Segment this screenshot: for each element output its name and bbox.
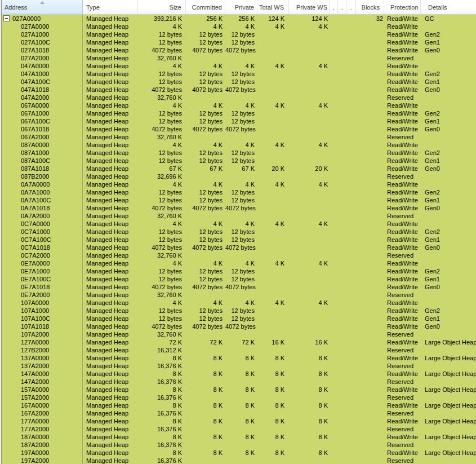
table-row[interactable]: 027A0000Managed Heap4 K4 K4 K4 K4 KRead/…: [2, 23, 476, 30]
table-row[interactable]: 0A7A0000Managed Heap4 K4 K4 K4 K4 KRead/…: [2, 180, 476, 188]
table-row[interactable]: 0E7A100CManaged Heap12 bytes12 bytes12 b…: [2, 275, 476, 283]
column-header-size[interactable]: Size: [138, 0, 186, 14]
column-header-type[interactable]: Type: [83, 0, 138, 14]
table-row[interactable]: 027A100CManaged Heap12 bytes12 bytes12 b…: [2, 38, 476, 46]
cell-committed-value: 12 bytes: [199, 70, 223, 77]
cell-protection-value: Read/Write: [387, 157, 418, 164]
column-header-dot3[interactable]: .: [346, 0, 356, 14]
table-row[interactable]: 107A0000Managed Heap4 K4 K4 K4 K4 KRead/…: [2, 299, 476, 307]
table-row[interactable]: 0E7A1018Managed Heap4072 bytes4072 bytes…: [2, 283, 476, 291]
table-row[interactable]: 087A100CManaged Heap12 bytes12 bytes12 b…: [2, 157, 476, 165]
cell-committed-value: 4072 bytes: [192, 205, 223, 211]
table-row[interactable]: 177A2000Managed Heap16,376 KReserved: [2, 425, 476, 433]
table-row[interactable]: 0A7A1018Managed Heap4072 bytes4072 bytes…: [2, 204, 476, 212]
table-row[interactable]: 0A7A2000Managed Heap32,760 KReserved: [2, 212, 476, 220]
table-row[interactable]: 167A0000Managed Heap8 K8 K8 K8 K8 KRead/…: [2, 401, 476, 409]
cell-privateWS-value: 4 K: [318, 23, 328, 30]
cell-details: Gen0: [421, 165, 476, 173]
table-row[interactable]: 0C7A1018Managed Heap4072 bytes4072 bytes…: [2, 244, 476, 251]
table-row[interactable]: 157A0000Managed Heap8 K8 K8 K8 K8 KRead/…: [2, 386, 476, 394]
table-row[interactable]: 197A2000Managed Heap16,376 KReserved: [2, 457, 476, 464]
table-row[interactable]: 067A100CManaged Heap12 bytes12 bytes12 b…: [2, 117, 476, 125]
cell-protection-value: Read/Write: [387, 15, 418, 22]
table-row[interactable]: 107A100CManaged Heap12 bytes12 bytes12 b…: [2, 315, 476, 322]
table-row[interactable]: 0C7A100CManaged Heap12 bytes12 bytes12 b…: [2, 236, 476, 244]
cell-privateWS: [289, 109, 330, 117]
cell-size: 32,760 K: [138, 94, 186, 101]
table-row[interactable]: 167A2000Managed Heap16,376 KReserved: [2, 409, 476, 417]
cell-blocks: [356, 30, 384, 38]
table-row[interactable]: 027A1018Managed Heap4072 bytes4072 bytes…: [2, 46, 476, 54]
cell-address-value: 0A7A100C: [21, 197, 51, 204]
cell-committed: 12 bytes: [186, 236, 225, 244]
column-header-protection[interactable]: Protection: [384, 0, 421, 14]
cell-address-value: 137A2000: [21, 363, 49, 369]
table-row[interactable]: 0A7A1000Managed Heap12 bytes12 bytes12 b…: [2, 188, 476, 196]
column-header-privateWS[interactable]: Private WS: [289, 0, 330, 14]
cell-private: 12 bytes: [225, 30, 257, 38]
table-row[interactable]: 047A0000Managed Heap4 K4 K4 K4 K4 KRead/…: [2, 62, 476, 70]
cell-dot2: [338, 165, 346, 173]
table-row[interactable]: 067A1000Managed Heap12 bytes12 bytes12 b…: [2, 109, 476, 117]
table-row[interactable]: 107A1018Managed Heap4072 bytes4072 bytes…: [2, 322, 476, 330]
table-row[interactable]: 187A0000Managed Heap8 K8 K8 K8 K8 KRead/…: [2, 433, 476, 441]
cell-size: 393,216 K: [138, 15, 186, 23]
column-header-details[interactable]: Details: [421, 0, 476, 14]
table-row[interactable]: 147A2000Managed Heap16,376 KReserved: [2, 378, 476, 386]
table-row[interactable]: 047A1000Managed Heap12 bytes12 bytes12 b…: [2, 70, 476, 78]
cell-size-value: 16,376 K: [157, 410, 182, 417]
table-row[interactable]: 047A2000Managed Heap32,760 KReserved: [2, 94, 476, 101]
table-row[interactable]: 137A2000Managed Heap16,376 KReserved: [2, 362, 476, 370]
column-header-blocks[interactable]: Blocks: [356, 0, 384, 14]
cell-address: 0A7A100C: [2, 196, 83, 204]
cell-size: 16,376 K: [138, 457, 186, 464]
cell-type-value: Managed Heap: [86, 434, 128, 440]
cell-protection: Read/Write: [384, 307, 421, 315]
cell-size-value: 4 K: [172, 142, 182, 148]
table-row[interactable]: 0C7A0000Managed Heap4 K4 K4 K4 K4 KRead/…: [2, 220, 476, 228]
table-row[interactable]: 027A1000Managed Heap12 bytes12 bytes12 b…: [2, 30, 476, 38]
table-row[interactable]: 0E7A0000Managed Heap4 K4 K4 K4 K4 KRead/…: [2, 259, 476, 267]
table-row[interactable]: 067A0000Managed Heap4 K4 K4 K4 K4 KRead/…: [2, 101, 476, 109]
collapse-toggle-icon[interactable]: [3, 15, 10, 21]
cell-type: Managed Heap: [83, 315, 138, 322]
column-header-private[interactable]: Private: [225, 0, 257, 14]
cell-totalWS: [257, 425, 289, 433]
table-row[interactable]: 0C7A2000Managed Heap32,760 KReserved: [2, 251, 476, 259]
table-row[interactable]: 067A2000Managed Heap32,760 KReserved: [2, 133, 476, 141]
table-row[interactable]: 177A0000Managed Heap8 K8 K8 K8 K8 KRead/…: [2, 417, 476, 425]
table-row[interactable]: 187A2000Managed Heap16,376 KReserved: [2, 441, 476, 449]
table-row[interactable]: 027A2000Managed Heap32,760 KReserved: [2, 54, 476, 62]
cell-blocks: [356, 449, 384, 457]
cell-address-value: 107A100C: [21, 315, 50, 322]
table-row[interactable]: 027A0000Managed Heap393,216 K256 K256 K1…: [2, 15, 476, 23]
cell-type-value: Managed Heap: [86, 291, 128, 298]
table-row[interactable]: 047A1018Managed Heap4072 bytes4072 bytes…: [2, 86, 476, 94]
table-row[interactable]: 0C7A1000Managed Heap12 bytes12 bytes12 b…: [2, 228, 476, 236]
table-row[interactable]: 0A7A100CManaged Heap12 bytes12 bytes12 b…: [2, 196, 476, 204]
table-row[interactable]: 127B2000Managed Heap16,312 KReserved: [2, 346, 476, 354]
table-row[interactable]: 137A0000Managed Heap8 K8 K8 K8 K8 KRead/…: [2, 354, 476, 362]
cell-size-value: 12 bytes: [158, 189, 182, 196]
table-row[interactable]: 107A2000Managed Heap32,760 KReserved: [2, 330, 476, 338]
table-row[interactable]: 197A0000Managed Heap8 K8 K8 K8 K8 KRead/…: [2, 449, 476, 457]
cell-protection: Reserved: [384, 441, 421, 449]
column-header-totalWS[interactable]: Total WS: [257, 0, 289, 14]
table-row[interactable]: 087A1000Managed Heap12 bytes12 bytes12 b…: [2, 149, 476, 157]
column-header-dot1[interactable]: .: [330, 0, 338, 14]
table-row[interactable]: 107A1000Managed Heap12 bytes12 bytes12 b…: [2, 307, 476, 315]
column-header-committed[interactable]: Committed: [186, 0, 225, 14]
column-header-address[interactable]: Address: [2, 0, 83, 14]
table-row[interactable]: 087B2000Managed Heap32,696 KReserved: [2, 173, 476, 180]
table-row[interactable]: 0E7A1000Managed Heap12 bytes12 bytes12 b…: [2, 267, 476, 275]
table-row[interactable]: 147A0000Managed Heap8 K8 K8 K8 K8 KRead/…: [2, 370, 476, 378]
table-row[interactable]: 127A0000Managed Heap72 K72 K72 K16 K16 K…: [2, 338, 476, 346]
table-row[interactable]: 087A0000Managed Heap4 K4 K4 K4 K4 KRead/…: [2, 141, 476, 149]
table-row[interactable]: 0E7A2000Managed Heap32,760 KReserved: [2, 291, 476, 299]
table-row[interactable]: 067A1018Managed Heap4072 bytes4072 bytes…: [2, 125, 476, 133]
table-row[interactable]: 047A100CManaged Heap12 bytes12 bytes12 b…: [2, 78, 476, 86]
cell-address-value: 107A1018: [21, 323, 49, 330]
table-row[interactable]: 157A2000Managed Heap16,376 KReserved: [2, 394, 476, 401]
table-row[interactable]: 087A1018Managed Heap67 K67 K67 K20 K20 K…: [2, 165, 476, 173]
column-header-dot2[interactable]: .: [338, 0, 346, 14]
